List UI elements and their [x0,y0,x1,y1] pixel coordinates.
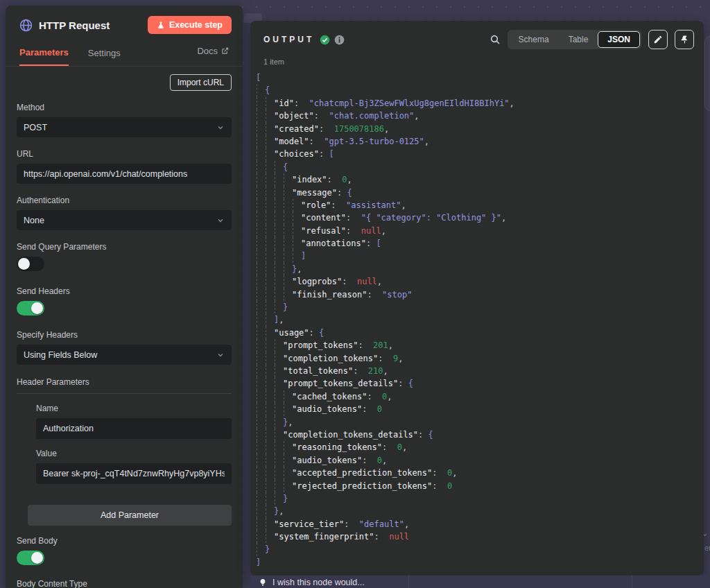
header-value-field: Value Bearer sk-proj-_cqT4tNd7znwRhyHg7v… [36,449,232,484]
send-headers-toggle[interactable] [17,301,44,315]
send-body-toggle[interactable] [17,551,44,565]
body-content-type-label: Body Content Type [17,579,232,588]
output-panel: OUTPUT S [250,21,704,576]
pencil-icon [653,35,663,44]
node-tabs: Parameters Settings Docs [6,43,243,67]
tab-parameters[interactable]: Parameters [19,43,69,66]
pin-icon [680,35,689,44]
authentication-select[interactable]: None [17,210,232,230]
specify-headers-value: Using Fields Below [24,350,212,360]
toggle-knob [31,302,43,314]
send-headers-label: Send Headers [17,286,232,296]
header-value-value: Bearer sk-proj-_cqT4tNd7znwRhyHg7vp8yiYH… [43,469,225,478]
footer-divider [408,576,409,588]
authentication-value: None [24,216,212,225]
tab-table[interactable]: Table [559,31,598,48]
header-value-label: Value [36,449,232,458]
method-field: Method POST [17,103,232,137]
tab-settings[interactable]: Settings [88,44,121,65]
specify-headers-field: Specify Headers Using Fields Below [17,330,232,365]
output-view-switcher: Schema Table JSON [508,30,641,49]
footer-divider [632,576,632,588]
node-title: HTTP Request [39,19,148,31]
send-body-label: Send Body [17,536,232,546]
info-icon[interactable] [334,35,345,45]
edit-output-button[interactable] [648,30,668,49]
ndv-footer: I wish this node would... [250,576,710,588]
pin-output-button[interactable] [675,30,694,49]
toggle-knob [31,552,43,564]
url-label: URL [17,149,232,159]
send-query-parameters-label: Send Query Parameters [17,242,232,252]
lightbulb-icon [259,578,267,587]
search-icon[interactable] [490,34,501,45]
external-link-icon [221,47,229,55]
success-check-icon [320,35,330,45]
add-parameter-button[interactable]: Add Parameter [28,505,232,526]
specify-headers-select[interactable]: Using Fields Below [17,345,232,365]
canvas-text-fragment: en [704,544,710,552]
specify-headers-label: Specify Headers [17,330,232,340]
items-count: 1 item [250,49,704,66]
header-name-field: Name Authorization [36,404,232,439]
chevron-down-icon [216,123,225,132]
docs-label: Docs [197,46,218,56]
method-label: Method [17,103,232,112]
send-query-parameters-toggle[interactable] [17,257,44,271]
flask-icon [157,21,165,30]
header-name-value: Authorization [43,424,225,433]
send-headers-field: Send Headers [17,286,232,315]
execute-step-label: Execute step [169,20,223,30]
node-feedback[interactable]: I wish this node would... [250,576,710,587]
output-title: OUTPUT [263,35,314,44]
tab-schema[interactable]: Schema [509,31,559,48]
node-settings-panel: HTTP Request Execute step Parameters Set… [6,6,243,588]
docs-link[interactable]: Docs [197,46,229,63]
method-value: POST [24,123,212,132]
node-header: HTTP Request Execute step [6,6,243,34]
canvas-node-fragment [704,36,710,111]
globe-icon [19,19,33,32]
execute-step-button[interactable]: Execute step [148,16,232,34]
body-content-type-field: Body Content Type JSON [17,579,232,588]
toggle-knob [18,258,30,270]
header-name-label: Name [36,404,232,413]
header-value-input[interactable]: Bearer sk-proj-_cqT4tNd7znwRhyHg7vp8yiYH… [36,463,232,484]
output-header: OUTPUT S [250,21,704,49]
send-body-field: Send Body [17,536,232,565]
send-query-parameters-field: Send Query Parameters [17,242,232,271]
header-parameters-section-label: Header Parameters [17,377,232,394]
chevron-down-icon [216,351,225,359]
url-field: URL https://api.openai.com/v1/chat/compl… [17,149,232,184]
tab-json[interactable]: JSON [598,31,640,48]
import-curl-button[interactable]: Import cURL [170,74,232,91]
chevron-down-icon [216,216,225,225]
authentication-label: Authentication [17,196,232,205]
authentication-field: Authentication None [17,196,232,230]
node-feedback-text: I wish this node would... [272,578,365,587]
url-value: https://api.openai.com/v1/chat/completio… [24,169,225,179]
url-input[interactable]: https://api.openai.com/v1/chat/completio… [17,164,232,184]
method-select[interactable]: POST [17,117,232,137]
json-viewer[interactable]: [{"id": "chatcmpl-Bj3ZSewFWlxUg8genEIldH… [250,66,704,569]
json-code: [{"id": "chatcmpl-Bj3ZSewFWlxUg8genEIldH… [256,71,704,569]
header-name-input[interactable]: Authorization [36,418,232,439]
